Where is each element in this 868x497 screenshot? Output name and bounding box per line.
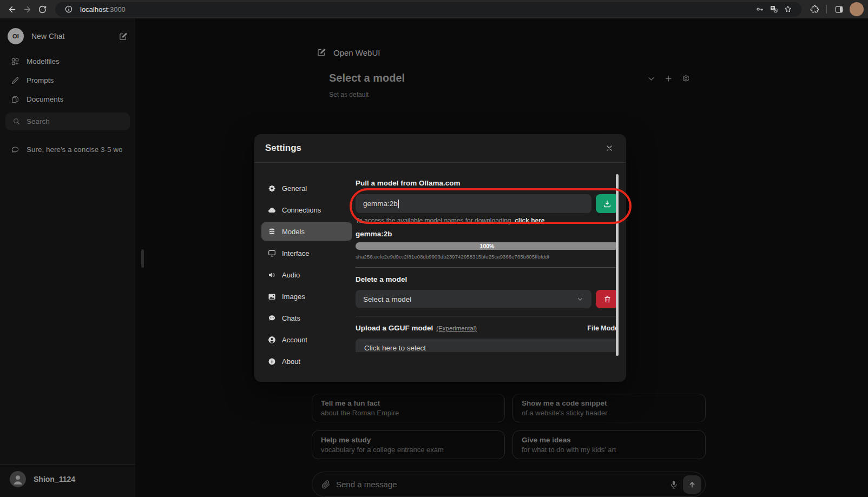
- settings-tabs: General Connections Models Interface Aud…: [261, 179, 352, 374]
- arrow-up-icon: [688, 480, 696, 489]
- upload-file-select-button[interactable]: Click here to select: [356, 339, 619, 352]
- settings-tab-connections[interactable]: Connections: [261, 201, 352, 219]
- experimental-label: (Experimental): [436, 325, 477, 332]
- click-here-link[interactable]: click here.: [515, 217, 547, 224]
- browser-toolbar: localhost:3000: [0, 0, 868, 18]
- chat-history-item[interactable]: Sure, here's a concise 3-5 wo: [4, 140, 131, 159]
- settings-tab-about[interactable]: About: [261, 352, 352, 370]
- suggestion-card-give-ideas[interactable]: Give me ideas for what to do with my kid…: [512, 430, 706, 459]
- top-nav: Open WebUI: [317, 48, 380, 57]
- settings-title: Settings: [265, 143, 301, 154]
- settings-tab-chats[interactable]: Chats: [261, 309, 352, 327]
- search-icon: [12, 117, 21, 125]
- download-progress-bar: 100%: [356, 242, 619, 250]
- suggestion-cards: Tell me a fun fact about the Roman Empir…: [312, 394, 706, 459]
- microphone-icon[interactable]: [669, 480, 679, 489]
- suggestion-card-help-study[interactable]: Help me study vocabulary for a college e…: [312, 430, 505, 459]
- sidebar: OI New Chat Modelfiles Prompts Documents: [0, 18, 135, 497]
- text-cursor: [398, 200, 399, 208]
- back-icon[interactable]: [4, 2, 19, 17]
- url-text: localhost:3000: [80, 5, 126, 14]
- model-selector-actions: [647, 74, 691, 83]
- close-icon[interactable]: [603, 142, 615, 154]
- download-icon: [603, 200, 611, 208]
- sidebar-resize-handle[interactable]: [141, 249, 144, 268]
- squares-plus-icon: [11, 57, 19, 66]
- document-icon: [11, 95, 19, 104]
- new-chat-edit-icon[interactable]: [119, 32, 128, 41]
- info-circle-icon: [268, 357, 276, 366]
- chat-bubble-outline-icon: [11, 145, 19, 154]
- new-chat-label[interactable]: New Chat: [31, 32, 64, 41]
- username: Shion_1124: [34, 475, 75, 483]
- search-input[interactable]: Search: [5, 112, 130, 130]
- settings-modal: Settings General Connections Models: [254, 134, 626, 382]
- delete-model-select[interactable]: Select a model: [356, 290, 591, 308]
- downloading-model-name: gemma:2b: [356, 230, 619, 238]
- app-title: Open WebUI: [333, 48, 380, 57]
- suggestion-card-fun-fact[interactable]: Tell me a fun fact about the Roman Empir…: [312, 394, 505, 422]
- model-selector[interactable]: Select a model: [329, 72, 405, 84]
- chat-bubble-icon: [268, 314, 276, 322]
- settings-tab-account[interactable]: Account: [261, 330, 352, 349]
- delete-model-button[interactable]: [596, 290, 619, 308]
- settings-tab-interface[interactable]: Interface: [261, 244, 352, 262]
- refresh-icon[interactable]: [35, 2, 50, 17]
- user-circle-icon: [268, 336, 276, 344]
- gear-icon: [268, 184, 276, 193]
- settings-tab-images[interactable]: Images: [261, 287, 352, 306]
- side-panel-icon[interactable]: [831, 2, 846, 17]
- sidebar-item-modelfiles[interactable]: Modelfiles: [4, 52, 131, 71]
- trash-icon: [603, 295, 611, 303]
- section-divider: [356, 316, 619, 316]
- pull-model-input[interactable]: gemma:2b: [356, 194, 591, 213]
- message-placeholder: Send a message: [336, 480, 669, 489]
- settings-tab-models[interactable]: Models: [261, 222, 352, 241]
- database-stack-icon: [268, 228, 276, 236]
- cloud-icon: [268, 206, 276, 214]
- app-logo: OI: [8, 28, 24, 44]
- models-panel: Pull a model from Ollama.com gemma:2b To…: [356, 179, 619, 352]
- bookmark-star-icon[interactable]: [781, 2, 795, 16]
- password-key-icon[interactable]: [753, 2, 767, 16]
- extensions-icon[interactable]: [807, 2, 822, 17]
- user-menu[interactable]: Shion_1124: [0, 464, 135, 497]
- pull-model-download-button[interactable]: [596, 194, 619, 213]
- file-mode-toggle[interactable]: File Mode: [587, 324, 619, 332]
- pull-model-heading: Pull a model from Ollama.com: [356, 179, 619, 187]
- delete-model-heading: Delete a model: [356, 275, 619, 283]
- sidebar-header[interactable]: OI New Chat: [4, 24, 131, 52]
- download-sha256-hash: sha256:ecfe2e9d9cc2f81e08db9903db2397429…: [356, 254, 619, 260]
- site-info-icon[interactable]: [62, 2, 76, 16]
- modal-scrollbar[interactable]: [616, 174, 619, 356]
- add-model-plus-icon[interactable]: [664, 74, 673, 83]
- message-input[interactable]: Send a message: [312, 472, 706, 497]
- new-chat-pencil-square-icon[interactable]: [317, 48, 326, 57]
- translate-icon[interactable]: [767, 2, 781, 16]
- screen: localhost:3000 OI New Chat: [0, 0, 868, 497]
- chevron-down-icon[interactable]: [647, 74, 656, 83]
- pull-model-note: To access the available model names for …: [356, 217, 619, 224]
- model-settings-gear-icon[interactable]: [681, 74, 691, 83]
- send-button[interactable]: [683, 475, 701, 494]
- attach-paperclip-icon[interactable]: [321, 480, 331, 489]
- download-progress-value: 100%: [480, 243, 495, 249]
- speaker-icon: [268, 271, 276, 279]
- forward-icon[interactable]: [19, 2, 35, 17]
- photo-icon: [268, 293, 276, 301]
- chevron-down-icon: [576, 295, 584, 303]
- suggestion-card-code-snippet[interactable]: Show me a code snippet of a website's st…: [512, 394, 706, 422]
- chat-history: Sure, here's a concise 3-5 wo: [4, 140, 131, 159]
- section-divider: [356, 267, 619, 268]
- sidebar-item-documents[interactable]: Documents: [4, 90, 131, 109]
- sidebar-item-prompts[interactable]: Prompts: [4, 71, 131, 90]
- address-bar[interactable]: localhost:3000: [55, 2, 801, 17]
- set-as-default-link[interactable]: Set as default: [329, 91, 369, 98]
- settings-tab-general[interactable]: General: [261, 179, 352, 197]
- upload-gguf-heading: Upload a GGUF model: [356, 324, 433, 332]
- settings-tab-audio[interactable]: Audio: [261, 266, 352, 284]
- browser-profile-avatar[interactable]: [850, 2, 864, 16]
- settings-header: Settings: [254, 134, 626, 162]
- monitor-icon: [268, 249, 276, 257]
- pencil-icon: [11, 76, 19, 85]
